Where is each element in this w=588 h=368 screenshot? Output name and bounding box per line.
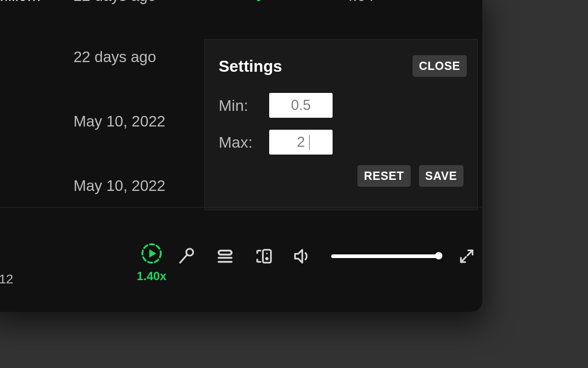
track-date: 22 days ago bbox=[74, 0, 156, 5]
settings-title: Settings bbox=[219, 57, 282, 75]
track-date: 22 days ago bbox=[74, 48, 156, 66]
microphone-icon[interactable] bbox=[177, 247, 196, 266]
reset-button[interactable]: RESET bbox=[357, 165, 410, 187]
playback-speed-control[interactable]: 1.40x bbox=[139, 242, 164, 283]
track-title: Milic… bbox=[0, 0, 42, 5]
elapsed-time: :12 bbox=[0, 272, 13, 287]
track-date: May 10, 2022 bbox=[74, 113, 165, 130]
text-caret-icon bbox=[309, 135, 310, 150]
track-duration: 4.04 bbox=[345, 0, 374, 5]
settings-popover: Settings CLOSE Min: Max: RESET SAVE bbox=[204, 39, 478, 210]
max-label: Max: bbox=[219, 133, 269, 151]
connect-device-icon[interactable] bbox=[254, 247, 273, 266]
min-label: Min: bbox=[219, 97, 269, 115]
svg-point-7 bbox=[266, 257, 269, 260]
max-field: Max: bbox=[219, 130, 333, 155]
app-window: Milic… 22 days ago 4.04 22 days ago May … bbox=[0, 0, 482, 312]
svg-rect-3 bbox=[219, 251, 232, 255]
save-button[interactable]: SAVE bbox=[419, 165, 464, 187]
min-input[interactable] bbox=[269, 93, 333, 118]
track-date: May 10, 2022 bbox=[74, 177, 165, 195]
svg-point-8 bbox=[266, 253, 268, 254]
player-bar: :12 1.40x bbox=[0, 207, 482, 311]
close-button[interactable]: CLOSE bbox=[413, 55, 467, 77]
playback-speed-icon bbox=[141, 242, 163, 264]
queue-icon[interactable] bbox=[215, 247, 235, 266]
fullscreen-icon[interactable] bbox=[458, 247, 475, 265]
now-playing-indicator-icon bbox=[249, 0, 268, 2]
track-row-partial: Milic… 22 days ago 4.04 bbox=[0, 0, 482, 4]
volume-handle-icon bbox=[435, 252, 442, 259]
volume-slider[interactable] bbox=[331, 254, 439, 258]
svg-marker-1 bbox=[149, 249, 156, 258]
max-input[interactable] bbox=[269, 130, 333, 155]
min-field: Min: bbox=[219, 93, 333, 118]
svg-rect-6 bbox=[263, 250, 271, 263]
volume-icon[interactable] bbox=[293, 247, 312, 266]
playback-speed-label: 1.40x bbox=[136, 269, 166, 283]
